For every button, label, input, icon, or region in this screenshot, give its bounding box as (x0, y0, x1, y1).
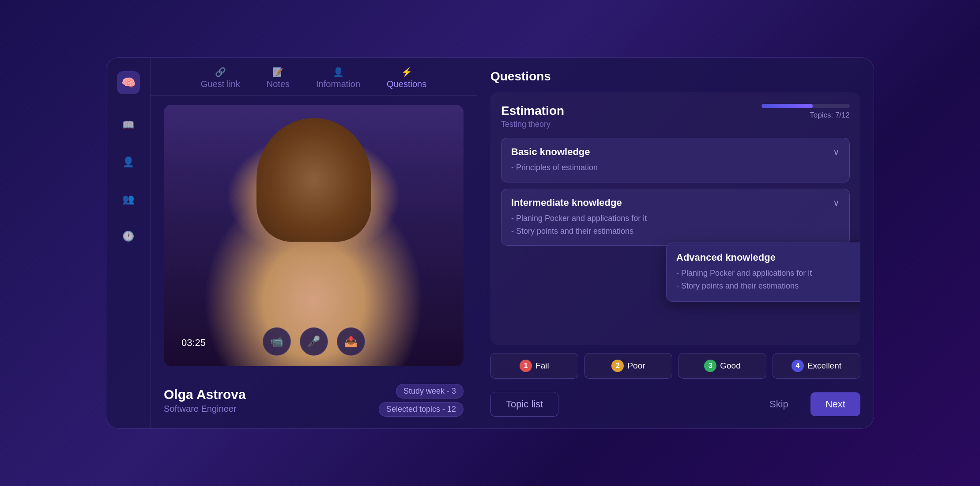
questions-icon: ⚡ (401, 67, 412, 77)
excellent-label: Excellent (807, 361, 841, 371)
intermediate-chevron-icon: ∨ (833, 197, 840, 208)
guest-link-icon: 🔗 (215, 67, 226, 77)
nav-guest-link[interactable]: 🔗 Guest link (201, 67, 240, 89)
basic-item-1: - Principles of estimation (511, 161, 840, 174)
user-name: Olga Astrova (164, 387, 246, 402)
section-subtitle: Testing theory (501, 120, 564, 129)
nav-guest-link-label: Guest link (201, 79, 240, 89)
sidebar-group-icon[interactable]: 👥 (118, 189, 139, 210)
excellent-num: 4 (792, 360, 804, 372)
questions-container: Estimation Testing theory Topics: 7/12 B… (490, 92, 860, 345)
intermediate-item-2: - Story points and their estimations (511, 225, 840, 238)
advanced-item-2: - Story points and their estimations (676, 280, 860, 292)
user-role: Software Engineer (164, 404, 246, 414)
advanced-kb-header: Advanced knowledge ∨ (676, 252, 860, 263)
poor-button[interactable]: 2 Poor (584, 353, 672, 379)
fail-button[interactable]: 1 Fail (490, 353, 578, 379)
main-card: 🧠 📖 👤 👥 🕐 🔗 Guest link 📝 Notes 👤 Informa… (106, 57, 874, 429)
video-area: 03:25 📹 🎤 📤 (164, 105, 464, 366)
selected-topics-badge: Selected topics - 12 (379, 402, 464, 417)
nav-notes[interactable]: 📝 Notes (267, 67, 290, 89)
basic-kb-title: Basic knowledge (511, 146, 590, 158)
section-title: Estimation (501, 104, 564, 118)
nav-questions-label: Questions (387, 79, 426, 89)
basic-chevron-icon: ∨ (833, 147, 840, 157)
progress-bar-fill (761, 104, 813, 108)
left-panel: 🔗 Guest link 📝 Notes 👤 Information ⚡ Que… (151, 58, 477, 428)
fail-label: Fail (535, 361, 549, 371)
advanced-knowledge-block[interactable]: Advanced knowledge ∨ - Planing Pocker an… (666, 243, 860, 302)
video-feed: 03:25 📹 🎤 📤 (164, 105, 464, 366)
top-nav: 🔗 Guest link 📝 Notes 👤 Information ⚡ Que… (151, 58, 477, 96)
good-button[interactable]: 3 Good (678, 353, 766, 379)
good-num: 3 (704, 360, 716, 372)
user-badges: Study week - 3 Selected topics - 12 (379, 384, 464, 417)
camera-button[interactable]: 📹 (263, 327, 291, 356)
topic-list-button[interactable]: Topic list (490, 392, 558, 417)
sidebar: 🧠 📖 👤 👥 🕐 (106, 58, 151, 428)
fail-num: 1 (520, 360, 532, 372)
mic-button[interactable]: 🎤 (300, 327, 328, 356)
section-info: Estimation Testing theory (501, 104, 564, 129)
right-actions: Skip Next (754, 392, 860, 416)
rating-row: 1 Fail 2 Poor 3 Good 4 Excellent (490, 353, 860, 379)
nav-information[interactable]: 👤 Information (316, 67, 360, 89)
basic-kb-items: - Principles of estimation (511, 161, 840, 174)
poor-num: 2 (611, 360, 624, 372)
video-controls: 📹 🎤 📤 (164, 327, 464, 356)
intermediate-kb-header: Intermediate knowledge ∨ (511, 197, 840, 209)
intermediate-kb-items: - Planing Pocker and applications for it… (511, 212, 840, 238)
advanced-item-1: - Planing Pocker and applications for it (676, 267, 860, 280)
section-header: Estimation Testing theory Topics: 7/12 (501, 104, 850, 129)
basic-knowledge-block[interactable]: Basic knowledge ∨ - Principles of estima… (501, 138, 850, 182)
skip-button[interactable]: Skip (754, 392, 803, 416)
user-details: Olga Astrova Software Engineer (164, 387, 246, 414)
brain-logo-icon: 🧠 (117, 71, 140, 94)
excellent-button[interactable]: 4 Excellent (773, 353, 860, 379)
good-label: Good (720, 361, 740, 371)
study-week-badge: Study week - 3 (396, 384, 464, 399)
nav-information-label: Information (316, 79, 360, 89)
intermediate-item-1: - Planing Pocker and applications for it (511, 212, 840, 225)
intermediate-kb-title: Intermediate knowledge (511, 197, 622, 209)
intermediate-knowledge-block[interactable]: Intermediate knowledge ∨ - Planing Pocke… (501, 189, 850, 246)
sidebar-history-icon[interactable]: 🕐 (118, 226, 139, 247)
information-icon: 👤 (333, 67, 344, 77)
nav-questions[interactable]: ⚡ Questions (387, 67, 426, 89)
next-button[interactable]: Next (810, 392, 860, 416)
right-panel: Questions Estimation Testing theory Topi… (477, 58, 874, 428)
nav-notes-label: Notes (267, 79, 290, 89)
poor-label: Poor (627, 361, 645, 371)
action-bar: Topic list Skip Next (490, 386, 860, 417)
screen-share-button[interactable]: 📤 (337, 327, 365, 356)
progress-area: Topics: 7/12 (761, 104, 850, 120)
user-info: Olga Astrova Software Engineer Study wee… (151, 375, 477, 428)
progress-label: Topics: 7/12 (810, 111, 850, 120)
sidebar-person-icon[interactable]: 👤 (118, 152, 139, 173)
progress-bar-container (761, 104, 850, 108)
advanced-kb-items: - Planing Pocker and applications for it… (676, 267, 860, 292)
sidebar-book-icon[interactable]: 📖 (118, 114, 139, 136)
advanced-kb-title: Advanced knowledge (676, 252, 776, 263)
notes-icon: 📝 (272, 67, 283, 77)
basic-kb-header: Basic knowledge ∨ (511, 146, 840, 158)
panel-title: Questions (490, 69, 860, 84)
